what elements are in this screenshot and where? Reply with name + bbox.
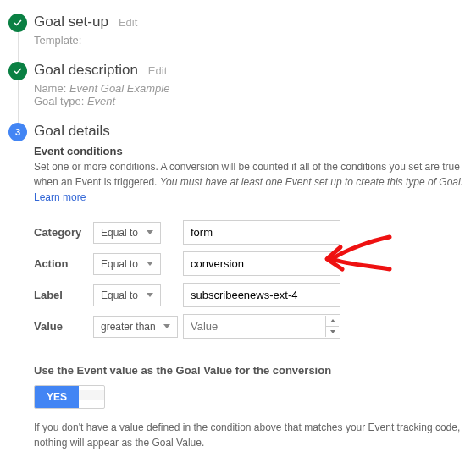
desc-name-value: Event Goal Example [69, 82, 170, 95]
help-em: You must have at least one Event set up … [160, 176, 463, 188]
step-goal-details: 3 Goal details Event conditions Set one … [34, 123, 468, 463]
desc-name-row: Name: Event Goal Example [34, 82, 468, 95]
action-operator-text: Equal to [101, 258, 138, 270]
condition-row-label: Label Equal to [34, 279, 346, 311]
chevron-down-icon [147, 262, 153, 266]
toggle-yes: YES [35, 386, 79, 408]
event-conditions-help: Set one or more conditions. A conversion… [34, 159, 468, 205]
edit-setup-link[interactable]: Edit [119, 16, 137, 29]
desc-type-label: Goal type: [34, 95, 84, 107]
desc-type-row: Goal type: Event [34, 95, 468, 107]
value-input[interactable] [183, 314, 340, 339]
goal-value-toggle[interactable]: YES [34, 385, 105, 409]
check-icon [8, 14, 27, 32]
category-operator-dropdown[interactable]: Equal to [93, 222, 161, 244]
goal-value-hint: If you don't have a value defined in the… [34, 420, 468, 450]
stepper-up-icon[interactable] [326, 316, 339, 327]
setup-template-label: Template: [34, 34, 468, 47]
action-operator-dropdown[interactable]: Equal to [93, 253, 161, 275]
value-operator-text: greater than [101, 321, 156, 333]
condition-row-value: Value greater than [34, 311, 346, 342]
edit-desc-link[interactable]: Edit [148, 64, 167, 77]
check-icon [8, 62, 27, 80]
action-label: Action [34, 248, 93, 279]
stepper-down-icon[interactable] [326, 327, 339, 337]
conditions-table: Category Equal to Action Equal to [34, 217, 346, 342]
label-operator-text: Equal to [101, 289, 138, 301]
action-input[interactable] [183, 251, 340, 276]
category-input[interactable] [183, 220, 340, 245]
desc-type-value: Event [87, 95, 115, 107]
step-goal-description: Goal description Edit Name: Event Goal E… [34, 62, 468, 107]
step-setup-title: Goal set-up [34, 14, 108, 30]
label-label: Label [34, 279, 93, 311]
condition-row-category: Category Equal to [34, 217, 346, 248]
label-operator-dropdown[interactable]: Equal to [93, 284, 161, 306]
chevron-down-icon [147, 230, 153, 234]
desc-name-label: Name: [34, 82, 66, 95]
goal-value-section: Use the Event value as the Goal Value fo… [34, 364, 468, 450]
chevron-down-icon [147, 293, 153, 297]
step-goal-setup: Goal set-up Edit Template: [34, 14, 468, 47]
event-conditions-heading: Event conditions [34, 145, 468, 157]
number-stepper[interactable] [325, 316, 339, 337]
value-label: Value [34, 311, 93, 342]
condition-row-action: Action Equal to [34, 248, 346, 279]
category-label: Category [34, 217, 93, 248]
goal-value-heading: Use the Event value as the Goal Value fo… [34, 364, 468, 377]
toggle-off [79, 390, 104, 400]
chevron-down-icon [163, 324, 170, 328]
value-operator-dropdown[interactable]: greater than [93, 316, 178, 338]
step-desc-title: Goal description [34, 62, 138, 79]
step-number-badge: 3 [8, 123, 27, 141]
step-details-title: Goal details [34, 123, 110, 140]
label-input[interactable] [183, 283, 340, 307]
category-operator-text: Equal to [101, 227, 138, 239]
learn-more-link[interactable]: Learn more [34, 191, 86, 203]
